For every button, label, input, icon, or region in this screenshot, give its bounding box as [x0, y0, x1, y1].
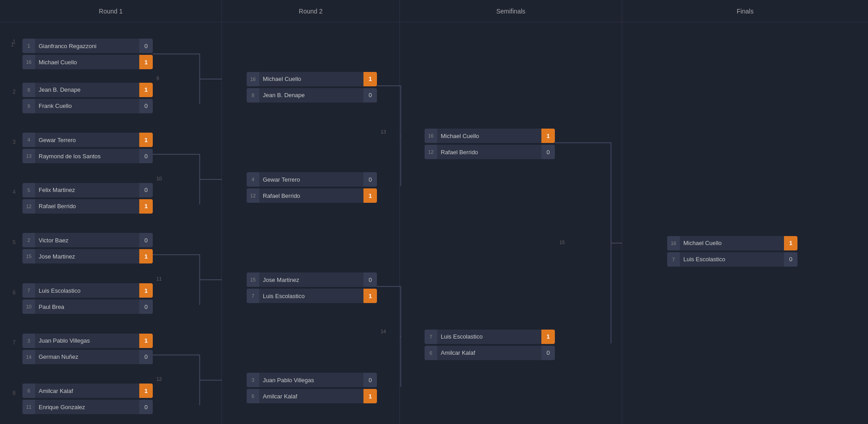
r1-match-num-9: 9	[156, 76, 159, 81]
sf-match-13: 16 Michael Cuello 1 12 Rafael Berrido 0	[425, 128, 555, 160]
score-winner: 1	[784, 236, 797, 250]
match-slot: 4 Gewar Terrero 1	[22, 133, 153, 147]
score: 0	[139, 99, 153, 113]
match-slot: 15 Jose Martinez 1	[22, 249, 153, 263]
final-match-15: 16 Michael Cuello 1 7 Luis Escolastico 0	[667, 235, 797, 268]
score-winner: 1	[139, 83, 153, 97]
header-finals: Finals	[622, 0, 868, 22]
player-name: Luis Escolastico	[437, 333, 541, 340]
r2-match-num-14: 14	[381, 329, 386, 334]
row-num-8: 8	[13, 390, 16, 396]
r2-match-num-13: 13	[381, 129, 386, 134]
seed: 16	[425, 129, 437, 143]
player-name: German Nuñez	[35, 353, 139, 360]
seed: 6	[247, 389, 259, 403]
match-slot: 5 Felix Martinez 0	[22, 183, 153, 197]
score: 0	[139, 350, 153, 364]
score-winner: 1	[139, 283, 153, 298]
r1-match-6: 7 Luis Escolastico 1 10 Paul Brea 0	[22, 282, 153, 315]
header-round1: Round 1	[0, 0, 222, 22]
match-row-1: 1	[11, 41, 141, 48]
match-slot: 16 Michael Cuello 1	[425, 129, 555, 143]
player-name: Rafael Berrido	[35, 203, 139, 210]
seed: 4	[247, 172, 259, 187]
col-f	[622, 22, 868, 424]
r1-match-num-11: 11	[156, 276, 162, 281]
score-winner: 1	[139, 199, 153, 214]
match-slot: 12 Rafael Berrido 1	[22, 199, 153, 214]
match-slot: 7 Luis Escolastico 1	[425, 330, 555, 344]
r1-match-2: 8 Jean B. Denape 1 9 Frank Cuello 0	[22, 82, 153, 114]
match-pair: 5 Felix Martinez 0 12 Rafael Berrido 1	[22, 182, 153, 214]
player-name: Gewar Terrero	[259, 176, 363, 183]
player-name: Jean B. Denape	[259, 92, 363, 98]
score: 0	[784, 252, 797, 267]
score: 0	[363, 88, 377, 103]
r1-match-7: 3 Juan Pablo Villegas 1 14 German Nuñez …	[22, 333, 153, 365]
sf-match-num-15: 15	[559, 240, 565, 245]
match-slot: 7 Luis Escolastico 0	[667, 252, 797, 267]
match-pair: 7 Luis Escolastico 1 10 Paul Brea 0	[22, 282, 153, 315]
player-name: Frank Cuello	[35, 103, 139, 109]
seed: 7	[667, 252, 680, 267]
player-name: Luis Escolastico	[680, 256, 784, 263]
seed: 9	[22, 99, 35, 113]
player-name: Felix Martinez	[35, 187, 139, 193]
score-winner: 1	[363, 289, 377, 303]
score-winner: 1	[139, 334, 153, 348]
r2-match-11: 15 Jose Martinez 0 7 Luis Escolastico 1	[247, 272, 377, 304]
player-name: Luis Escolastico	[35, 287, 139, 294]
match-slot: 15 Jose Martinez 0	[247, 272, 377, 287]
match-slot: 13 Raymond de los Santos 0	[22, 149, 153, 163]
match-slot: 16 Michael Cuello 1	[22, 55, 153, 69]
match-pair: 16 Michael Cuello 1 8 Jean B. Denape 0	[247, 71, 377, 103]
r1-match-3: 4 Gewar Terrero 1 13 Raymond de los Sant…	[22, 132, 153, 164]
player-name: Rafael Berrido	[437, 149, 541, 156]
player-name: Michael Cuello	[437, 133, 541, 139]
row-num-2: 2	[13, 89, 16, 95]
r2-match-9: 16 Michael Cuello 1 8 Jean B. Denape 0	[247, 71, 377, 103]
seed: 8	[247, 88, 259, 103]
player-name: Michael Cuello	[680, 240, 784, 246]
match-slot: 6 Amilcar Kalaf 1	[247, 389, 377, 403]
match-slot: 7 Luis Escolastico 1	[22, 283, 153, 298]
match-slot: 12 Rafael Berrido 0	[425, 145, 555, 159]
player-name: Rafael Berrido	[259, 192, 363, 199]
match-slot: 16 Michael Cuello 1	[247, 72, 377, 86]
player-name: Raymond de los Santos	[35, 153, 139, 160]
seed: 4	[22, 133, 35, 147]
score-winner: 1	[541, 330, 555, 344]
seed: 13	[22, 149, 35, 163]
player-name: Amilcar Kalaf	[437, 349, 541, 356]
match-slot: 6 Amilcar Kalaf 0	[425, 346, 555, 360]
seed: 6	[22, 384, 35, 398]
player-name: Enrique Gonzalez	[35, 404, 139, 411]
seed: 3	[247, 373, 259, 387]
seed: 10	[22, 299, 35, 314]
score: 0	[139, 149, 153, 163]
match-slot: 11 Enrique Gonzalez 0	[22, 400, 153, 414]
score: 0	[139, 39, 153, 53]
match-slot: 7 Luis Escolastico 1	[247, 289, 377, 303]
match-pair: 16 Michael Cuello 1 7 Luis Escolastico 0	[667, 235, 797, 268]
match-pair: 3 Juan Pablo Villegas 0 6 Amilcar Kalaf …	[247, 372, 377, 404]
round-headers: Round 1 Round 2 Semifinals Finals	[0, 0, 868, 22]
match-slot: 16 Michael Cuello 1	[667, 236, 797, 250]
match-slot: 6 Amilcar Kalaf 1	[22, 384, 153, 398]
player-name: Amilcar Kalaf	[35, 388, 139, 394]
match-slot: 4 Gewar Terrero 0	[247, 172, 377, 187]
seed: 11	[22, 400, 35, 414]
match-slot: 3 Juan Pablo Villegas 1	[22, 334, 153, 348]
score: 0	[363, 272, 377, 287]
match-pair: 15 Jose Martinez 0 7 Luis Escolastico 1	[247, 272, 377, 304]
match-slot: 12 Rafael Berrido 1	[247, 188, 377, 203]
score-winner: 1	[139, 55, 153, 69]
player-name: Luis Escolastico	[259, 293, 363, 299]
player-name: Michael Cuello	[35, 59, 139, 66]
seed: 16	[22, 55, 35, 69]
seed: 7	[247, 289, 259, 303]
seed: 5	[22, 183, 35, 197]
r1-match-num-10: 10	[156, 176, 162, 181]
row-num-1: 1	[13, 39, 16, 45]
seed: 12	[22, 199, 35, 214]
